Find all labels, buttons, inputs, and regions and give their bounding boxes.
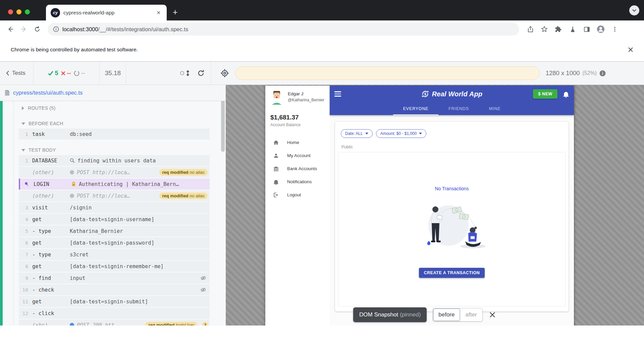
address-bar[interactable]: localhost:3000/__/#/tests/integration/ui… (48, 23, 519, 36)
chevron-down-icon (419, 133, 422, 135)
command-number: 6 (19, 240, 32, 246)
sidebar-item-bank-accounts[interactable]: Bank Accounts (270, 162, 330, 175)
date-filter[interactable]: Date: ALL (341, 129, 373, 138)
command-message: [data-test=signin-password] (70, 240, 154, 246)
command-message: [data-test=signin-remember-me] (70, 263, 164, 269)
duration: 35.18 (100, 62, 126, 85)
app-header: $ Real World App $ NEW EVERYONEFRIENDSMI… (330, 86, 574, 115)
feed-tab-mine[interactable]: MINE (479, 102, 511, 115)
infobar-close-icon[interactable] (628, 47, 633, 52)
command-row[interactable]: 5- typeKatharina_Bernier (19, 226, 210, 237)
back-button[interactable] (5, 23, 16, 35)
maximize-window-button[interactable] (25, 9, 30, 14)
profile-avatar-icon[interactable] (595, 23, 606, 35)
flask-extension-icon[interactable] (567, 23, 578, 35)
auto-scroll-icon[interactable] (180, 69, 191, 77)
runner-header: Tests 5 -- -- 35.18 1280 x 10 (0, 61, 644, 85)
command-message: input (70, 275, 86, 281)
log-section-header[interactable]: BEFORE EACH (19, 118, 210, 129)
tab-close-icon[interactable]: ✕ (155, 8, 162, 17)
command-row[interactable]: 8get[data-test=signin-remember-me] (19, 261, 210, 272)
side-panel-icon[interactable] (581, 23, 592, 35)
minimize-window-button[interactable] (16, 9, 21, 14)
amount-filter[interactable]: Amount: $0 - $1,000 (376, 129, 427, 138)
command-row[interactable]: 1DATABASEfinding within users data (19, 155, 210, 166)
command-row[interactable]: 6get[data-test=signin-password] (19, 237, 210, 248)
log-section-header[interactable]: ROUTES (5) (19, 103, 210, 113)
snapshot-pinned-pill[interactable]: DOM Snapshot (pinned) (353, 307, 427, 322)
failed-stat[interactable]: -- (61, 70, 71, 77)
menu-kebab-icon[interactable] (609, 23, 621, 35)
snapshot-before-button[interactable]: before (433, 308, 460, 321)
command-row[interactable]: (xhr)POST 200 htt…req modified loginUser… (19, 319, 210, 326)
forward-button[interactable] (18, 23, 30, 35)
command-name: get (32, 240, 70, 246)
sidebar-item-home[interactable]: Home (270, 136, 330, 149)
command-row[interactable]: (other)POST http://loca…req modified no … (19, 190, 210, 201)
command-row[interactable]: 10- check (19, 284, 210, 295)
cypress-runner: Tests 5 -- -- 35.18 1280 x 10 (0, 61, 644, 326)
spec-path-link[interactable]: cypress/tests/ui/auth.spec.ts (13, 90, 83, 96)
reload-button[interactable] (32, 23, 43, 35)
browser-tab[interactable]: cy cypress-realworld-app ✕ (46, 5, 167, 20)
feed-tab-everyone[interactable]: EVERYONE (393, 102, 439, 115)
app-logo-text: Real World App (432, 90, 483, 98)
share-icon[interactable] (525, 23, 536, 35)
feed-tab-friends[interactable]: FRIENDS (438, 102, 479, 115)
snapshot-after-button[interactable]: after (460, 308, 482, 321)
circle-icon (74, 70, 79, 76)
sidebar-item-my-account[interactable]: My Account (270, 149, 330, 162)
command-row[interactable]: 7- types3cret (19, 249, 210, 260)
hidden-eye-icon (200, 287, 206, 292)
window-controls[interactable] (8, 9, 30, 14)
spec-header: cypress/tests/ui/auth.spec.ts (0, 85, 226, 101)
command-log[interactable]: ROUTES (5)BEFORE EACH1taskdb:seedTEST BO… (0, 101, 220, 326)
restart-tests-icon[interactable] (197, 69, 205, 77)
command-name: get (32, 263, 70, 269)
url-text[interactable]: localhost:3000/__/#/tests/integration/ui… (62, 26, 188, 33)
user-name: Edgar J (288, 91, 324, 96)
close-window-button[interactable] (8, 9, 13, 14)
create-transaction-button[interactable]: CREATE A TRANSACTION (419, 268, 485, 278)
command-row[interactable]: 11get[data-test=signin-submit] (19, 296, 210, 307)
log-section-header[interactable]: TEST BODY (19, 145, 210, 155)
aut-url-bar[interactable] (235, 66, 540, 80)
nav-label: Logout (287, 192, 301, 197)
command-name: visit (32, 205, 70, 211)
command-row[interactable]: LOGINAuthenticating | Katharina_Bern… (19, 179, 210, 190)
new-transaction-button[interactable]: $ NEW (533, 89, 557, 99)
command-message: [data-test=signin-username] (70, 216, 154, 222)
tab-title: cypress-realworld-app (63, 10, 152, 16)
extensions-puzzle-icon[interactable] (553, 23, 564, 35)
command-row[interactable]: 12- click (19, 308, 210, 319)
snapshot-close-icon[interactable] (489, 312, 495, 318)
user-handle: @Katharina_Bernier (288, 98, 324, 102)
command-row[interactable]: 3visit/signin (19, 202, 210, 213)
command-row[interactable]: 1taskdb:seed (19, 129, 210, 140)
command-name: get (32, 216, 70, 222)
hidden-eye-icon (200, 276, 206, 281)
x-icon (61, 71, 65, 76)
sidebar-item-logout[interactable]: Logout (270, 188, 330, 201)
pending-stat[interactable]: -- (74, 70, 85, 77)
command-row[interactable]: (other)POST http://loca…req modified no … (19, 167, 210, 178)
command-name: - find (32, 275, 70, 281)
bookmark-star-icon[interactable] (539, 23, 550, 35)
passed-stat[interactable]: 5 (48, 70, 58, 77)
new-tab-button[interactable]: + (173, 7, 178, 17)
page-info-icon[interactable] (53, 26, 59, 32)
duplicate-count-badge: 2 (202, 322, 208, 326)
back-to-tests-link[interactable]: Tests (0, 62, 34, 85)
reporter-scrollbar-thumb[interactable] (221, 100, 225, 152)
notifications-bell-icon[interactable] (563, 91, 569, 98)
sidebar-item-notifications[interactable]: Notifications (270, 175, 330, 188)
command-number: 4 (19, 217, 32, 222)
command-name: DATABASE (32, 158, 70, 164)
tab-search-icon[interactable] (629, 5, 639, 15)
command-row[interactable]: 4get[data-test=signin-username] (19, 214, 210, 225)
app-under-test: Edgar J @Katharina_Bernier $1,681.37 Acc… (265, 86, 574, 326)
command-row[interactable]: 9- findinput (19, 272, 210, 284)
selector-playground-icon[interactable] (220, 69, 229, 78)
viewport-info-icon[interactable] (599, 70, 606, 77)
hamburger-menu-icon[interactable] (334, 91, 341, 97)
